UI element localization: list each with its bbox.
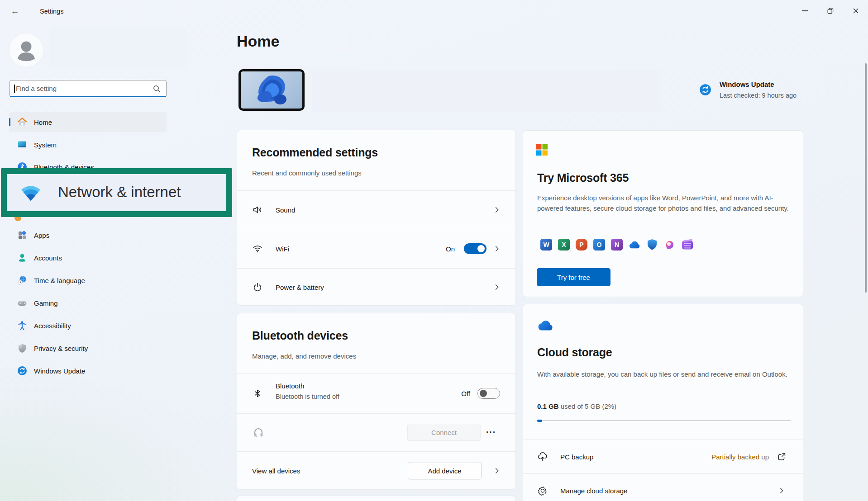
sidebar: Find a setting Home System Bluetooth & d… <box>0 23 181 501</box>
sidebar-item-label: Home <box>34 118 52 126</box>
time-language-icon <box>17 275 28 286</box>
setting-row-power-battery[interactable]: Power & battery <box>237 268 515 306</box>
setting-row-sound[interactable]: Sound <box>237 190 515 229</box>
overlay-inner[interactable]: Network & internet <box>7 174 226 211</box>
sidebar-item-label: Time & language <box>34 277 85 284</box>
chevron-right-icon <box>494 246 500 252</box>
wifi-icon <box>20 184 41 202</box>
connect-button-label: Connect <box>431 429 457 436</box>
cloud-storage-card: Cloud storage With available storage, yo… <box>523 304 803 501</box>
setting-row-wifi[interactable]: WiFi On <box>237 229 515 268</box>
view-all-devices-row[interactable]: View all devices Add device <box>237 451 515 490</box>
sidebar-item-label: Apps <box>34 232 49 239</box>
person-icon <box>10 33 43 67</box>
toggle-state-label: On <box>446 245 455 252</box>
wifi-row-icon <box>252 243 263 254</box>
bluetooth-toggle[interactable] <box>477 388 500 399</box>
minimize-button[interactable] <box>794 3 815 19</box>
close-icon <box>853 8 859 14</box>
shield-icon <box>17 343 28 354</box>
powerpoint-icon: P <box>576 239 587 250</box>
card-body: Experience desktop versions of apps like… <box>537 193 793 213</box>
sidebar-item-label: Windows Update <box>34 367 85 375</box>
connect-button[interactable]: Connect <box>407 424 481 441</box>
wifi-toggle[interactable] <box>464 243 486 254</box>
text-caret <box>14 85 15 93</box>
row-label: Power & battery <box>276 284 324 291</box>
sidebar-item-windows-update[interactable]: Windows Update <box>9 361 167 381</box>
bluetooth-rune-icon <box>252 388 263 399</box>
sidebar-item-home[interactable]: Home <box>9 112 167 132</box>
row-label: Bluetooth <box>276 382 304 390</box>
system-icon <box>17 139 28 150</box>
gaming-icon <box>17 298 28 308</box>
bluetooth-devices-card: Bluetooth devices Manage, add, and remov… <box>237 313 516 490</box>
storage-progress-fill <box>537 420 542 422</box>
sidebar-item-system[interactable]: System <box>9 135 167 155</box>
more-options-button[interactable]: ··· <box>486 427 496 437</box>
accessibility-icon <box>17 320 28 331</box>
row-label: Sound <box>276 206 295 213</box>
ms365-card: Try Microsoft 365 Experience desktop ver… <box>523 130 803 297</box>
avatar[interactable] <box>10 33 43 67</box>
search-icon <box>153 85 161 93</box>
maximize-button[interactable] <box>820 3 841 19</box>
card-title: Recommended settings <box>252 146 378 159</box>
designer-icon <box>664 239 676 250</box>
outlook-icon: O <box>593 239 605 250</box>
windows-update-icon <box>17 365 28 376</box>
annotation-overlay: Network & internet <box>1 168 232 217</box>
sidebar-item-time-language[interactable]: Time & language <box>9 270 167 290</box>
onedrive-icon <box>629 239 640 250</box>
try-for-free-button[interactable]: Try for free <box>537 268 610 286</box>
row-label: Manage cloud storage <box>560 487 627 494</box>
row-label: PC backup <box>560 453 593 460</box>
settings-window: { "window": { "title": "Settings" }, "si… <box>0 0 868 501</box>
sidebar-item-apps[interactable]: Apps <box>9 225 167 245</box>
windows-update-icon <box>699 84 711 96</box>
row-label: WiFi <box>276 245 289 252</box>
device-info-skeleton <box>312 70 661 112</box>
bluetooth-toggle-row[interactable]: Bluetooth Bluetooth is turned off Off <box>237 373 515 413</box>
bluetooth-device-row[interactable]: Connect ··· <box>237 413 515 451</box>
search-placeholder: Find a setting <box>16 85 57 92</box>
apps-icon <box>17 230 28 241</box>
sidebar-item-label: Accounts <box>34 254 62 262</box>
card-body: With available storage, you can back up … <box>537 369 793 379</box>
pc-backup-row[interactable]: PC backup Partially backed up <box>523 440 803 473</box>
page-title: Home <box>237 33 279 50</box>
chevron-right-icon <box>494 468 500 474</box>
bloom-wallpaper <box>241 71 302 109</box>
scrollbar-thumb[interactable] <box>865 63 867 293</box>
window-title: Settings <box>40 8 63 15</box>
user-name-skeleton <box>49 28 187 68</box>
storage-progress-track <box>537 421 791 421</box>
clipchamp-icon <box>682 239 693 250</box>
add-device-button[interactable]: Add device <box>408 462 482 480</box>
windows-update-summary[interactable]: Windows Update Last checked: 9 hours ago <box>697 79 851 104</box>
chevron-right-icon <box>494 207 500 213</box>
titlebar: ← Settings <box>0 0 868 23</box>
manage-cloud-storage-row[interactable]: Manage cloud storage <box>523 473 803 501</box>
next-card-sliver <box>237 496 516 501</box>
minimize-icon <box>802 10 808 11</box>
chevron-right-icon <box>778 487 785 494</box>
sidebar-item-accounts[interactable]: Accounts <box>9 248 167 268</box>
sidebar-item-privacy-security[interactable]: Privacy & security <box>9 338 167 358</box>
sidebar-item-gaming[interactable]: Gaming <box>9 293 167 313</box>
backup-status: Partially backed up <box>711 453 769 460</box>
external-link-icon[interactable] <box>777 452 786 461</box>
wallpaper-thumbnail <box>238 69 305 111</box>
close-button[interactable] <box>845 3 866 19</box>
back-arrow-icon[interactable]: ← <box>8 5 22 17</box>
sidebar-item-label: Gaming <box>34 299 58 307</box>
search-box[interactable]: Find a setting <box>10 80 167 97</box>
defender-icon <box>646 239 658 250</box>
chevron-right-icon <box>494 284 500 290</box>
sidebar-item-accessibility[interactable]: Accessibility <box>9 316 167 336</box>
card-title: Cloud storage <box>537 346 612 359</box>
restore-icon <box>827 8 834 14</box>
accounts-icon <box>17 252 28 263</box>
excel-icon: X <box>558 239 570 250</box>
onenote-icon: N <box>611 239 623 250</box>
